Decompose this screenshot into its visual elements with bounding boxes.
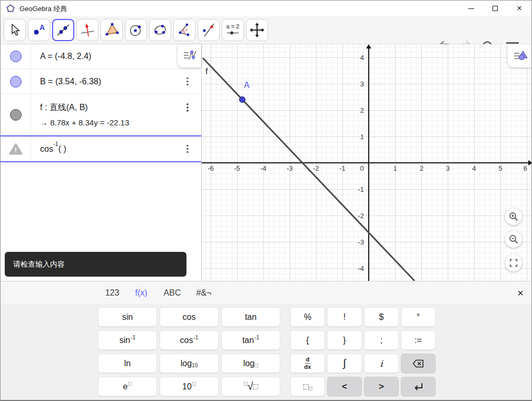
placeholder-box-icon [303,384,309,389]
close-icon: × [517,4,521,13]
fullscreen-icon [509,258,518,268]
algebra-row-input-error[interactable]: ! cos-1( ) [1,135,201,162]
key-log10[interactable]: log10 [160,354,219,373]
graphics-stylebar-button[interactable] [508,44,532,67]
keyboard-symbol-block: % ! $ ° { } ; := ddx ∫ i < [290,307,436,396]
key-arcsin[interactable]: sin-1 [98,330,157,350]
svg-text:a = 2: a = 2 [226,23,240,30]
graphics-style-icon [513,49,528,63]
keyboard-tab-symbols[interactable]: #&¬ [193,281,215,304]
key-backspace[interactable] [401,354,436,373]
key-cursor-left[interactable]: < [327,377,362,396]
toolbar: A [1,16,531,44]
slider-icon: a = 2 [225,22,241,38]
algebra-row-A[interactable]: A = (-4.8, 2.4) [1,44,201,69]
keyboard-tab-fx[interactable]: f(x) [132,281,150,304]
algebra-row-f[interactable]: f : 直线(A, B) → 8.78x + 8.34y = -22.13 [1,94,201,135]
output-arrow: → [40,118,48,127]
enter-icon [412,382,424,392]
key-semicolon[interactable]: ; [364,330,399,350]
key-cursor-right[interactable]: > [364,377,399,396]
row-menu-button[interactable] [182,143,193,155]
tool-move[interactable] [4,19,26,41]
placeholder-box-icon [253,384,258,389]
key-subscript[interactable] [290,377,325,396]
algebra-style-icon [182,49,197,63]
tool-circle-with-center[interactable] [125,19,147,41]
key-derivative[interactable]: ddx [290,354,325,373]
minimize-button[interactable] [459,1,483,16]
keyboard-tab-123[interactable]: 123 [102,281,123,304]
key-cos[interactable]: cos [160,307,219,327]
key-tan[interactable]: tan [221,307,280,327]
graphics-view[interactable]: -6-5-4-3-2-10123456 4321-1-2-3-4 f A [202,44,532,281]
row-menu-button[interactable] [182,101,193,114]
perpendicular-line-icon [80,22,95,38]
tool-reflect-about-line[interactable] [198,19,220,41]
key-arctan[interactable]: tan-1 [221,330,280,350]
tool-ellipse[interactable] [149,19,171,41]
key-brace-close[interactable]: } [327,330,362,350]
visibility-marble-B[interactable] [10,76,22,87]
close-window-button[interactable]: × [507,1,531,16]
tool-perpendicular-line[interactable] [76,19,98,41]
ellipse-icon [152,22,168,38]
fullscreen-button[interactable] [505,255,522,271]
tool-point[interactable]: A [28,19,50,41]
key-imaginary[interactable]: i [364,354,399,373]
tool-move-graphics-view[interactable] [246,19,268,41]
key-e-power[interactable]: e [98,377,157,396]
point-A[interactable] [239,96,245,103]
angle-icon: α [176,22,192,38]
tool-slider[interactable]: a = 2 [222,19,244,41]
key-brace-open[interactable]: { [290,330,325,350]
zoom-out-button[interactable] [505,231,522,248]
keyboard-tab-abc[interactable]: ABC [161,281,184,304]
key-nth-root[interactable]: √ [221,377,280,396]
cursor-icon [7,22,23,38]
point-icon: A [31,22,47,38]
key-ln[interactable]: ln [98,354,157,373]
keyboard-tab-bar: 123 f(x) ABC #&¬ × [1,281,532,304]
geogebra-logo-icon [6,4,15,15]
error-tooltip-text: 请检查输入内容 [13,260,65,269]
key-degree[interactable]: ° [401,307,436,327]
visibility-marble-A[interactable] [10,51,22,62]
window-title: GeoGebra 经典 [19,4,67,14]
tool-buttons: A [4,19,268,41]
row-menu-button[interactable] [182,75,193,88]
titlebar: GeoGebra 经典 × [1,1,531,16]
line-f[interactable] [202,44,532,281]
key-enter[interactable] [401,377,436,396]
svg-text:α: α [185,27,188,32]
tool-polygon[interactable] [101,19,123,41]
algebra-entry-B: B = (3.54, -6.38) [40,77,201,86]
key-factorial[interactable]: ! [327,307,362,327]
keyboard-close-button[interactable]: × [515,287,526,299]
zoom-in-icon [508,211,519,222]
move-view-icon [249,22,265,38]
key-integral[interactable]: ∫ [327,354,362,373]
placeholder-box-icon [254,364,258,367]
keyboard-function-block: sin cos tan sin-1 cos-1 tan-1 ln log10 l… [98,307,280,396]
placeholder-box-icon [244,382,248,386]
key-assign[interactable]: := [401,330,436,350]
line-icon [55,22,71,38]
maximize-button[interactable] [483,1,507,16]
tool-angle[interactable]: α [173,19,195,41]
geogebra-window: GeoGebra 经典 × A [0,0,532,401]
key-arccos[interactable]: cos-1 [160,330,219,350]
zoom-out-icon [508,234,519,244]
maximize-icon [492,6,498,11]
algebra-entry-f-equation: 8.78x + 8.34y = -22.13 [50,118,129,127]
tool-line[interactable] [52,19,74,41]
key-log-base[interactable]: log [221,354,280,373]
key-sin[interactable]: sin [98,307,157,327]
visibility-marble-f[interactable] [10,109,22,121]
algebra-stylebar-button[interactable] [178,44,201,67]
zoom-in-button[interactable] [505,208,522,225]
key-percent[interactable]: % [290,307,325,327]
algebra-row-B[interactable]: B = (3.54, -6.38) [1,69,201,94]
key-10-power[interactable]: 10 [160,377,219,396]
key-dollar[interactable]: $ [364,307,399,327]
